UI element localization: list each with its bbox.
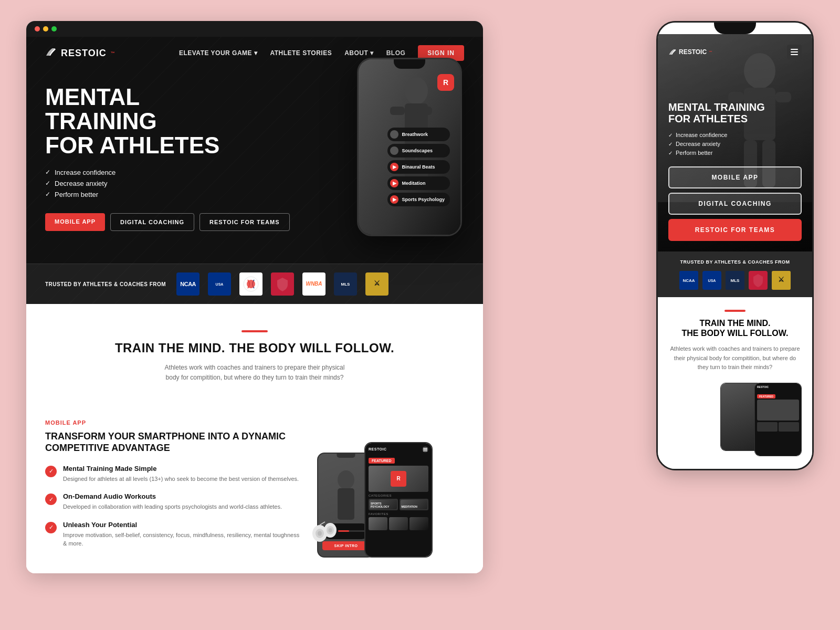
hero-section: RESTOIC ™ ELEVATE YOUR GAME ▾ ATHLETE ST… bbox=[26, 37, 483, 304]
check-icon-3: ✓ bbox=[45, 191, 50, 198]
svg-rect-36 bbox=[775, 92, 791, 102]
mobile-hero-title-line1: MENTAL TRAINING bbox=[668, 101, 765, 113]
check-icon-2: ✓ bbox=[45, 180, 50, 187]
feature-check-1: ✓ bbox=[45, 466, 57, 477]
menu-item-soundscapes: Soundscapes bbox=[387, 144, 450, 158]
nav-elevate[interactable]: ELEVATE YOUR GAME ▾ bbox=[179, 49, 258, 57]
mobile-big-phone: RESTOIC FEATURED bbox=[754, 383, 802, 456]
restoic-teams-button[interactable]: RESTOIC FOR TEAMS bbox=[200, 213, 290, 231]
logo-text: RESTOIC bbox=[61, 48, 107, 59]
hero-title-line2: FOR ATHLETES bbox=[45, 132, 219, 158]
mobile-checklist-item-3: ✓ Perform better bbox=[668, 150, 802, 156]
svg-text:USA: USA bbox=[216, 282, 224, 286]
phone-menu-overlay: Breathwork Soundscapes ▶ Binaural Beats … bbox=[387, 128, 450, 206]
logo-wnba: WNBA bbox=[302, 272, 326, 296]
svg-text:WNBA: WNBA bbox=[306, 281, 322, 287]
mobile-app-button[interactable]: MOBILE APP bbox=[45, 213, 105, 231]
mobile-notch bbox=[714, 23, 756, 34]
app-icon bbox=[422, 446, 428, 453]
app-logo-text: RESTOIC bbox=[369, 447, 387, 451]
hamburger-menu[interactable] bbox=[787, 45, 802, 59]
logo-ncaa: NCAA bbox=[176, 272, 200, 296]
app-featured-label: FEATURED bbox=[369, 458, 395, 464]
logo-shield bbox=[271, 272, 294, 296]
menu-item-meditation: ▶ Meditation bbox=[387, 176, 450, 190]
svg-point-20 bbox=[318, 531, 322, 536]
mobile-hero-title-line2: FOR ATHLETES bbox=[668, 113, 748, 124]
feature-title-3: Unleash Your Potential bbox=[63, 521, 301, 529]
feature-desc-1: Designed for athletes at all levels (13+… bbox=[63, 475, 299, 484]
mobile-checklist: ✓ Increase confidence ✓ Decrease anxiety… bbox=[668, 132, 802, 156]
phone-app-screen: RESTOIC FEATURED R bbox=[365, 443, 432, 556]
svg-text:⚔: ⚔ bbox=[374, 279, 380, 287]
browser-dot-yellow bbox=[43, 26, 48, 32]
digital-coaching-button[interactable]: DIGITAL COACHING bbox=[110, 213, 194, 231]
app-categories-grid: SPORTS PSYCHOLOGY MEDITATION bbox=[369, 499, 428, 510]
logo-usa: USA bbox=[208, 272, 231, 296]
logo-icon bbox=[45, 46, 57, 60]
mobile-phones-preview: RESTOIC FEATURED bbox=[668, 383, 802, 456]
feature-item-1: ✓ Mental Training Made Simple Designed f… bbox=[45, 465, 301, 484]
big-phone: RESTOIC FEATURED R bbox=[364, 442, 433, 558]
svg-rect-31 bbox=[423, 450, 427, 452]
menu-dot-meditation: ▶ bbox=[390, 179, 398, 187]
nav-blog[interactable]: BLOG bbox=[386, 49, 406, 57]
phone-inner: R Breathwork Soundscapes ▶ bbox=[359, 59, 460, 235]
mobile-digital-coaching-button[interactable]: DIGITAL COACHING bbox=[668, 193, 802, 215]
app-categories-label: CATEGORIES bbox=[369, 494, 428, 497]
check-icon-1: ✓ bbox=[45, 169, 50, 176]
menu-dot-soundscapes bbox=[390, 146, 398, 155]
menu-dot-binaural: ▶ bbox=[390, 163, 398, 171]
mobile-checklist-item-2: ✓ Decrease anxiety bbox=[668, 141, 802, 147]
mobile-check-3: ✓ bbox=[668, 150, 673, 156]
svg-point-11 bbox=[247, 280, 255, 288]
feature-text-3: Unleash Your Potential Improve motivatio… bbox=[63, 521, 301, 548]
svg-text:USA: USA bbox=[708, 278, 716, 282]
feature-desc-3: Improve motivation, self-belief, consist… bbox=[63, 531, 301, 548]
mobile-content-heading: TRAIN THE MIND. THE BODY WILL FOLLOW. bbox=[668, 318, 802, 338]
mobile-hero-content: MENTAL TRAINING FOR ATHLETES ✓ Increase … bbox=[668, 101, 802, 241]
app-cat-meditation: MEDITATION bbox=[400, 499, 429, 510]
feature-desc-2: Developed in collaboration with leading … bbox=[63, 502, 282, 511]
svg-line-21 bbox=[320, 522, 325, 525]
mobile-app-button[interactable]: MOBILE APP bbox=[668, 166, 802, 188]
mobile-section: RESTOIC ™ MENTAL TRAINING FOR ATHLETES ✓… bbox=[656, 21, 814, 470]
mobile-restoic-teams-button[interactable]: RESTOIC FOR TEAMS bbox=[668, 219, 802, 241]
nav-athlete-stories[interactable]: ATHLETE STORIES bbox=[270, 49, 332, 57]
browser-dot-red bbox=[35, 26, 40, 32]
mobile-hero: RESTOIC ™ MENTAL TRAINING FOR ATHLETES ✓… bbox=[658, 34, 812, 251]
logo: RESTOIC ™ bbox=[45, 46, 116, 60]
mobile-trusted-label: TRUSTED BY ATHLETES & COACHES FROM bbox=[668, 259, 802, 266]
mobile-checklist-item-1: ✓ Increase confidence bbox=[668, 132, 802, 138]
feature-text-2: On-Demand Audio Workouts Developed in co… bbox=[63, 492, 282, 511]
mobile-logo-usa: USA bbox=[702, 271, 721, 290]
feature-check-3: ✓ bbox=[45, 522, 57, 533]
app-screen-logo: RESTOIC bbox=[369, 446, 428, 453]
mobile-content-subtext: Athletes work with coaches and trainers … bbox=[668, 344, 802, 372]
mobile-app-title: TRANSFORM YOUR SMARTPHONE INTO A DYNAMIC… bbox=[45, 431, 301, 454]
nav-about[interactable]: ABOUT ▾ bbox=[344, 49, 374, 57]
svg-rect-30 bbox=[423, 449, 427, 450]
mobile-preview-logo: RESTOIC bbox=[757, 385, 769, 388]
section-heading: TRAIN THE MIND. THE BODY WILL FOLLOW. bbox=[45, 341, 464, 355]
hamburger-line-1 bbox=[791, 49, 798, 50]
svg-rect-29 bbox=[423, 448, 427, 449]
svg-text:⚔: ⚔ bbox=[778, 276, 784, 284]
feature-title-1: Mental Training Made Simple bbox=[63, 465, 299, 472]
menu-dot-breathwork bbox=[390, 130, 398, 139]
mobile-hero-title: MENTAL TRAINING FOR ATHLETES bbox=[668, 101, 802, 124]
mobile-preview-image bbox=[757, 400, 799, 421]
mobile-app-content: MOBILE APP TRANSFORM YOUR SMARTPHONE INT… bbox=[45, 419, 301, 557]
mobile-preview-cat-2 bbox=[779, 422, 799, 432]
mobile-logo-mls: MLS bbox=[726, 271, 744, 290]
hero-title-line1: MENTAL TRAINING bbox=[45, 84, 157, 134]
svg-text:MLS: MLS bbox=[731, 278, 740, 282]
trusted-label: TRUSTED BY ATHLETES & COACHES FROM bbox=[45, 281, 166, 288]
phone-mockup-area: R Breathwork Soundscapes ▶ bbox=[315, 58, 462, 236]
content-section: TRAIN THE MIND. THE BODY WILL FOLLOW. At… bbox=[26, 304, 483, 404]
app-fav-1 bbox=[369, 517, 387, 530]
mobile-preview-cat-1 bbox=[757, 422, 778, 432]
phone-notch bbox=[394, 59, 425, 69]
mobile-preview-cats bbox=[757, 422, 799, 432]
logo-ye: ⚔ bbox=[365, 272, 388, 296]
